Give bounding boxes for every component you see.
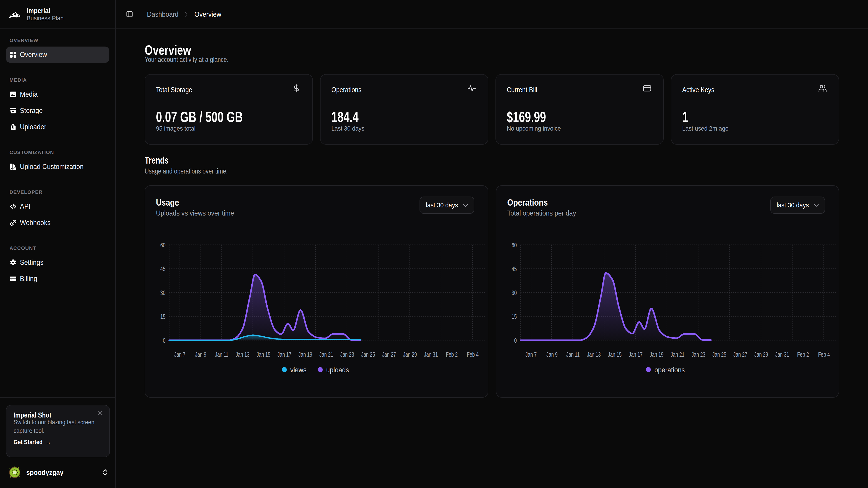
svg-text:Jan 17: Jan 17: [629, 351, 643, 358]
svg-text:Jan 11: Jan 11: [566, 351, 580, 358]
svg-text:15: 15: [160, 313, 165, 320]
svg-text:Jan 29: Jan 29: [403, 351, 417, 358]
svg-text:Jan 7: Jan 7: [174, 351, 185, 358]
svg-text:Jan 13: Jan 13: [236, 351, 249, 358]
svg-text:60: 60: [511, 241, 517, 249]
svg-text:Jan 27: Jan 27: [382, 351, 396, 358]
svg-text:60: 60: [160, 241, 165, 249]
svg-text:0: 0: [163, 337, 165, 344]
svg-text:Feb 2: Feb 2: [797, 351, 809, 358]
svg-text:Jan 7: Jan 7: [525, 351, 536, 358]
svg-text:Jan 31: Jan 31: [775, 351, 789, 358]
svg-text:Jan 23: Jan 23: [691, 351, 705, 358]
svg-text:45: 45: [511, 265, 517, 272]
svg-text:30: 30: [511, 289, 517, 296]
svg-text:15: 15: [511, 313, 517, 320]
svg-text:Jan 25: Jan 25: [712, 351, 726, 358]
svg-text:Jan 21: Jan 21: [319, 351, 333, 358]
svg-text:views: views: [290, 366, 307, 374]
svg-text:Jan 11: Jan 11: [215, 351, 228, 358]
svg-text:operations: operations: [654, 366, 684, 374]
svg-text:Jan 17: Jan 17: [278, 351, 291, 358]
svg-text:Jan 25: Jan 25: [361, 351, 375, 358]
svg-text:Jan 13: Jan 13: [587, 351, 600, 358]
svg-text:Jan 19: Jan 19: [298, 351, 312, 358]
svg-text:Jan 15: Jan 15: [256, 351, 270, 358]
svg-text:uploads: uploads: [326, 366, 349, 374]
svg-text:30: 30: [160, 289, 165, 296]
svg-text:Jan 29: Jan 29: [754, 351, 768, 358]
svg-text:Jan 9: Jan 9: [195, 351, 206, 358]
svg-text:Jan 27: Jan 27: [733, 351, 747, 358]
svg-text:Jan 21: Jan 21: [671, 351, 684, 358]
svg-text:45: 45: [160, 265, 165, 272]
svg-text:Jan 31: Jan 31: [424, 351, 438, 358]
svg-text:0: 0: [514, 337, 517, 344]
svg-text:Jan 9: Jan 9: [546, 351, 557, 358]
svg-text:Feb 4: Feb 4: [818, 351, 830, 358]
svg-text:Jan 19: Jan 19: [649, 351, 663, 358]
svg-text:Feb 2: Feb 2: [446, 351, 458, 358]
svg-text:Jan 23: Jan 23: [340, 351, 354, 358]
svg-text:Feb 4: Feb 4: [467, 351, 478, 358]
svg-text:Jan 15: Jan 15: [608, 351, 621, 358]
